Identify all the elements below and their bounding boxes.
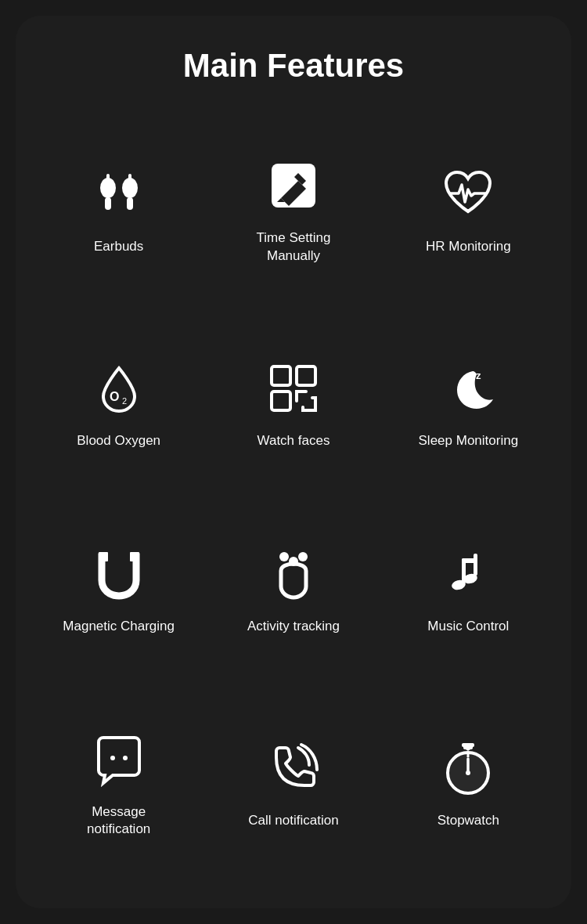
svg-text:2: 2 — [122, 396, 127, 406]
earbuds-icon — [88, 163, 150, 226]
svg-rect-5 — [128, 174, 131, 180]
svg-rect-1 — [105, 197, 111, 210]
feature-activity-tracking: Activity tracking — [206, 496, 380, 682]
stopwatch-icon — [437, 737, 499, 799]
music-control-label: Music Control — [427, 618, 509, 635]
hr-monitoring-icon — [437, 163, 499, 226]
hr-monitoring-label: HR Monitoring — [426, 238, 511, 255]
time-setting-label: Time SettingManually — [257, 229, 331, 264]
feature-hr-monitoring: HR Monitoring — [381, 108, 556, 311]
svg-rect-23 — [462, 558, 477, 563]
earbuds-label: Earbuds — [94, 238, 143, 255]
svg-point-33 — [466, 771, 470, 775]
svg-point-2 — [122, 178, 138, 198]
svg-text:z: z — [476, 370, 481, 381]
main-card: Main Features Earbuds — [16, 16, 571, 908]
call-notification-label: Call notification — [248, 812, 338, 829]
feature-watch-faces: Watch faces — [206, 311, 380, 496]
stopwatch-label: Stopwatch — [438, 812, 499, 829]
svg-rect-22 — [474, 554, 477, 576]
feature-time-setting: Time SettingManually — [206, 108, 380, 311]
feature-message-notification: Messagenotification — [31, 682, 206, 885]
svg-point-27 — [123, 756, 128, 760]
watch-faces-icon — [262, 357, 325, 420]
svg-rect-14 — [272, 392, 290, 410]
svg-rect-16 — [99, 552, 108, 561]
blood-oxygen-label: Blood Oxygen — [77, 432, 160, 449]
sleep-monitoring-icon: z — [437, 357, 499, 420]
time-setting-icon — [262, 154, 325, 217]
activity-tracking-icon — [262, 543, 325, 605]
message-notification-label: Messagenotification — [87, 803, 150, 838]
svg-text:O: O — [110, 390, 119, 403]
svg-point-18 — [279, 552, 289, 561]
svg-point-26 — [110, 756, 115, 760]
call-notification-icon — [262, 737, 325, 799]
page-title: Main Features — [183, 47, 404, 85]
activity-tracking-label: Activity tracking — [247, 618, 340, 635]
magnetic-charging-label: Magnetic Charging — [63, 618, 175, 635]
svg-rect-17 — [130, 552, 139, 561]
message-notification-icon — [88, 728, 150, 791]
svg-rect-12 — [272, 366, 290, 385]
feature-magnetic-charging: Magnetic Charging — [31, 496, 206, 682]
feature-sleep-monitoring: z Sleep Monitoring — [381, 311, 556, 496]
feature-earbuds: Earbuds — [31, 108, 206, 311]
feature-stopwatch: Stopwatch — [381, 682, 556, 885]
svg-rect-4 — [106, 174, 110, 180]
music-control-icon — [437, 543, 499, 605]
svg-rect-13 — [297, 366, 315, 385]
watch-faces-label: Watch faces — [257, 432, 330, 449]
svg-rect-3 — [127, 197, 133, 210]
svg-point-0 — [100, 178, 116, 198]
svg-rect-29 — [462, 743, 474, 747]
magnetic-charging-icon — [88, 543, 150, 605]
feature-music-control: Music Control — [381, 496, 556, 682]
features-grid: Earbuds Time SettingManually — [31, 108, 556, 885]
feature-blood-oxygen: O 2 Blood Oxygen — [31, 311, 206, 496]
feature-call-notification: Call notification — [206, 682, 380, 885]
svg-point-19 — [298, 552, 308, 561]
blood-oxygen-icon: O 2 — [88, 357, 150, 420]
sleep-monitoring-label: Sleep Monitoring — [419, 432, 519, 449]
